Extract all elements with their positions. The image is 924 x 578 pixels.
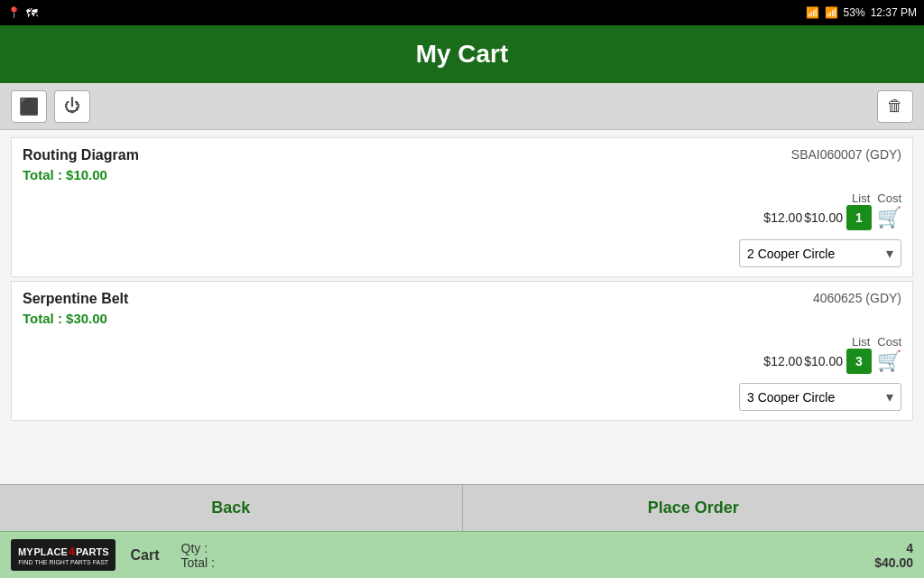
- logo-text: MY PLACE 4 PARTS: [18, 545, 108, 558]
- item-total: Total : $30.00: [12, 311, 912, 331]
- list-price: $12.00: [763, 210, 802, 225]
- bottom-buttons: Back Place Order: [0, 484, 924, 531]
- square-button[interactable]: ⬛: [11, 90, 47, 123]
- list-label: List: [852, 191, 870, 205]
- location-value: 2 Cooper Circle: [747, 247, 835, 261]
- cart-item-bottom: List Cost $12.00 $10.00 1 🛒: [12, 188, 912, 239]
- item-sku: SBAI060007 (GDY): [791, 147, 901, 162]
- qty-label: Qty :: [181, 541, 208, 555]
- cost-price: $10.00: [804, 354, 843, 368]
- status-left-icons: 📍 🗺: [7, 6, 38, 20]
- cart-item: Serpentine Belt 4060625 (GDY) Total : $3…: [11, 281, 913, 421]
- signal-icon: 📶: [825, 6, 838, 19]
- total-label: Total :: [181, 555, 215, 570]
- cart-item-bottom: List Cost $12.00 $10.00 3 🛒: [12, 331, 912, 383]
- location-dropdown[interactable]: 3 Cooper Circle ▾: [739, 383, 901, 411]
- chevron-down-icon: ▾: [886, 245, 893, 262]
- cost-price: $10.00: [804, 210, 843, 225]
- location-icon: 📍: [7, 6, 21, 19]
- list-price: $12.00: [763, 354, 802, 368]
- location-value: 3 Cooper Circle: [747, 390, 835, 405]
- item-name: Serpentine Belt: [23, 291, 128, 307]
- place-order-button[interactable]: Place Order: [463, 485, 925, 531]
- cart-items-area: Routing Diagram SBAI060007 (GDY) Total :…: [0, 130, 924, 484]
- battery-label: 53%: [844, 6, 865, 19]
- qty-value: 4: [906, 541, 913, 555]
- power-icon: ⏻: [64, 97, 80, 116]
- square-icon: ⬛: [19, 97, 39, 117]
- cart-item-top: Routing Diagram SBAI060007 (GDY): [12, 138, 912, 167]
- status-right-icons: 📶 📶 53% 12:37 PM: [806, 6, 917, 19]
- logo-tagline: FIND THE RIGHT PARTS FAST: [18, 559, 108, 565]
- route-icon: 🗺: [26, 6, 38, 20]
- status-bar: 📍 🗺 📶 📶 53% 12:37 PM: [0, 0, 924, 25]
- item-sku: 4060625 (GDY): [813, 291, 901, 305]
- clock: 12:37 PM: [871, 6, 917, 19]
- trash-icon: 🗑: [887, 97, 903, 116]
- footer-qty-row: Qty : 4: [181, 541, 914, 555]
- total-value: $40.00: [874, 555, 913, 570]
- qty-badge: 3: [846, 349, 872, 374]
- chevron-down-icon: ▾: [886, 388, 893, 406]
- cost-label: Cost: [877, 335, 901, 349]
- cart-item-top: Serpentine Belt 4060625 (GDY): [12, 282, 912, 311]
- item-total: Total : $10.00: [12, 167, 912, 188]
- cost-label: Cost: [877, 191, 901, 205]
- price-values: $12.00 $10.00 1 🛒: [763, 205, 901, 230]
- price-labels: List Cost: [852, 191, 901, 205]
- page-title: My Cart: [416, 40, 509, 69]
- toolbar: ⬛ ⏻ 🗑: [0, 83, 924, 130]
- add-to-cart-icon[interactable]: 🛒: [877, 350, 901, 373]
- price-section: List Cost $12.00 $10.00 3 🛒: [763, 335, 901, 374]
- app-logo: MY PLACE 4 PARTS FIND THE RIGHT PARTS FA…: [11, 539, 116, 571]
- footer-bar: MY PLACE 4 PARTS FIND THE RIGHT PARTS FA…: [0, 531, 924, 578]
- price-labels: List Cost: [852, 335, 901, 349]
- price-section: List Cost $12.00 $10.00 1 🛒: [763, 191, 901, 230]
- cart-label: Cart: [130, 547, 159, 564]
- delete-button[interactable]: 🗑: [877, 90, 913, 123]
- app-header: My Cart: [0, 25, 924, 83]
- location-dropdown[interactable]: 2 Cooper Circle ▾: [739, 239, 901, 267]
- cart-item: Routing Diagram SBAI060007 (GDY) Total :…: [11, 137, 913, 277]
- toolbar-left: ⬛ ⏻: [11, 90, 90, 123]
- wifi-icon: 📶: [806, 6, 819, 19]
- add-to-cart-icon[interactable]: 🛒: [877, 206, 901, 229]
- footer-info: Qty : 4 Total : $40.00: [181, 541, 914, 570]
- item-name: Routing Diagram: [23, 147, 139, 163]
- footer-total-row: Total : $40.00: [181, 555, 914, 570]
- back-button[interactable]: Back: [0, 485, 463, 531]
- power-button[interactable]: ⏻: [54, 90, 90, 123]
- price-values: $12.00 $10.00 3 🛒: [763, 349, 901, 374]
- qty-badge: 1: [846, 205, 872, 230]
- list-label: List: [852, 335, 870, 349]
